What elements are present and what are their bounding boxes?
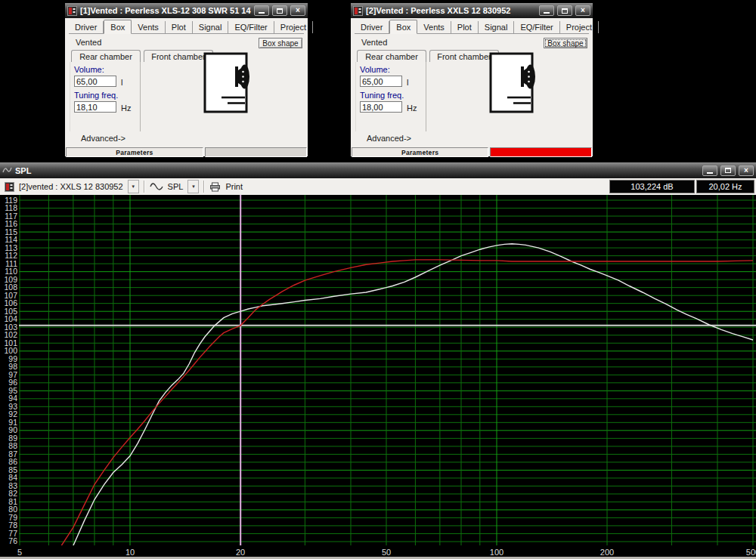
minimize-button[interactable] (254, 5, 269, 16)
tuning-freq-unit: Hz (407, 103, 417, 113)
spl-chart[interactable]: 7677787980818283848586878889909192939495… (0, 195, 756, 557)
tuning-freq-input[interactable] (74, 101, 116, 113)
spl-titlebar[interactable]: SPL × (0, 162, 756, 178)
tab-project[interactable]: Project (560, 21, 599, 33)
tuning-freq-input[interactable] (360, 101, 402, 113)
tab-plot[interactable]: Plot (451, 21, 479, 33)
tab-vents[interactable]: Vents (132, 21, 166, 33)
tab-box[interactable]: Box (104, 20, 132, 34)
chamber-tabs: Rear chamberFront chamber (357, 50, 502, 62)
minimize-button[interactable] (702, 165, 717, 176)
volume-input[interactable] (360, 76, 402, 87)
maximize-button[interactable] (557, 5, 572, 16)
tab-eq-filter[interactable]: EQ/Filter (514, 21, 559, 33)
maximize-icon (725, 168, 731, 173)
status-bar: Parameters (66, 147, 307, 157)
window-2-titlebar[interactable]: [2]Vented : Peerless XXLS 12 830952 × (351, 3, 593, 18)
tab-bar: DriverBoxVentsPlotSignalEQ/FilterProject (355, 20, 589, 34)
printer-icon (209, 182, 221, 192)
y-tick-label: 91 (8, 418, 17, 427)
y-tick-label: 87 (8, 449, 17, 459)
tab-eq-filter[interactable]: EQ/Filter (228, 21, 274, 33)
volume-unit: l (407, 78, 408, 87)
x-tick-label: 5 (17, 548, 22, 557)
chamber-tab-rear-chamber[interactable]: Rear chamber (357, 50, 426, 62)
y-tick-label: 110 (5, 267, 17, 276)
rear-chamber-panel: Volume: l Tuning freq. Hz (70, 62, 141, 131)
project-icon (5, 182, 14, 192)
y-tick-label: 80 (8, 505, 17, 514)
y-tick-label: 78 (8, 520, 17, 530)
advanced-button[interactable]: Advanced-> (367, 134, 411, 143)
status-bar: Parameters (352, 147, 592, 157)
tab-plot[interactable]: Plot (166, 21, 193, 33)
y-tick-label: 115 (5, 227, 17, 236)
y-tick-label: 100 (4, 346, 17, 355)
y-tick-label: 95 (8, 386, 17, 395)
y-tick-label: 113 (5, 243, 17, 252)
toolbar-separator (203, 181, 205, 193)
y-tick-label: 98 (8, 362, 17, 371)
desktop: [1]Vented : Peerless XLS-12 308 SWR 51 1… (0, 0, 756, 559)
y-tick-label: 97 (8, 370, 17, 379)
tab-bar: DriverBoxVentsPlotSignalEQ/FilterProject (69, 20, 304, 34)
y-tick-label: 96 (8, 378, 17, 387)
close-button[interactable]: × (575, 5, 590, 16)
y-tick-label: 94 (8, 394, 17, 403)
advanced-button[interactable]: Advanced-> (81, 134, 125, 143)
volume-unit: l (121, 78, 122, 87)
tab-box[interactable]: Box (389, 20, 417, 34)
y-tick-label: 90 (8, 425, 17, 434)
y-tick-label: 82 (8, 489, 17, 498)
minimize-button[interactable] (539, 5, 554, 16)
minimize-icon (544, 12, 550, 14)
y-tick-label: 106 (4, 298, 17, 307)
y-tick-label: 93 (8, 402, 17, 411)
status-indicator (490, 147, 592, 157)
tab-vents[interactable]: Vents (417, 21, 451, 33)
maximize-button[interactable] (272, 5, 287, 16)
spl-window-icon (2, 165, 12, 175)
y-tick-label: 116 (5, 219, 17, 228)
maximize-icon (277, 8, 283, 14)
volume-input[interactable] (74, 76, 116, 87)
y-tick-label: 77 (8, 529, 17, 538)
y-tick-label: 85 (8, 465, 17, 474)
tuning-freq-label: Tuning freq. (74, 91, 140, 100)
curve-system-1-white (73, 244, 753, 545)
status-parameters: Parameters (352, 147, 488, 157)
print-button[interactable]: Print (225, 182, 243, 191)
window-1-titlebar[interactable]: [1]Vented : Peerless XLS-12 308 SWR 51 1… (65, 3, 308, 18)
tab-signal[interactable]: Signal (479, 21, 515, 33)
y-tick-label: 119 (5, 196, 17, 205)
y-tick-label: 114 (5, 235, 17, 244)
box-shape-button[interactable]: Box shape (259, 38, 302, 48)
y-tick-label: 112 (5, 251, 17, 260)
plot-type-dropdown-button[interactable]: ▼ (187, 180, 199, 193)
source-selector[interactable]: [2]vented : XXLS 12 830952 (19, 182, 123, 191)
volume-label: Volume: (74, 65, 140, 74)
tab-driver[interactable]: Driver (69, 21, 104, 33)
x-tick-label: 200 (600, 548, 614, 557)
window-1-body: DriverBoxVentsPlotSignalEQ/FilterProject… (65, 20, 308, 158)
y-tick-label: 76 (8, 536, 17, 545)
box-shape-button[interactable]: Box shape (544, 38, 587, 48)
box-type-label: Vented (76, 38, 101, 47)
close-button[interactable]: × (290, 5, 305, 16)
maximize-button[interactable] (720, 165, 736, 176)
cursor-db-readout: 103,224 dB (609, 180, 695, 193)
tab-signal[interactable]: Signal (193, 21, 229, 33)
tab-project[interactable]: Project (274, 21, 313, 33)
spl-window: SPL × [2]vented : XXLS 12 830952 ▼ SPL ▼… (0, 162, 756, 559)
y-tick-label: 84 (8, 473, 17, 482)
close-icon: × (744, 167, 748, 174)
status-parameters: Parameters (66, 147, 203, 157)
chamber-tab-rear-chamber[interactable]: Rear chamber (71, 50, 141, 62)
x-tick-label: 10 (125, 548, 135, 557)
window-icon (67, 6, 77, 16)
source-dropdown-button[interactable]: ▼ (128, 180, 139, 193)
y-tick-label: 88 (8, 441, 17, 450)
plot-type-selector[interactable]: SPL (168, 182, 184, 191)
close-button[interactable]: × (739, 165, 754, 176)
tab-driver[interactable]: Driver (355, 21, 389, 33)
